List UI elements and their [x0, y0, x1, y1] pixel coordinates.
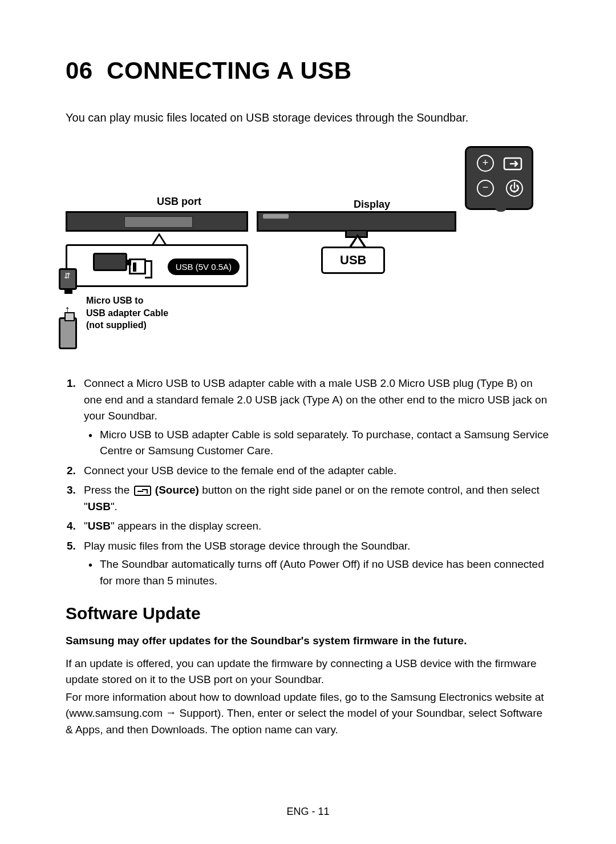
remote-control-illustration: + − ⏻ [465, 146, 533, 210]
step-3: Press the (Source) button on the right s… [84, 482, 550, 515]
volume-up-icon: + [477, 155, 494, 172]
volume-down-icon: − [477, 180, 494, 197]
intro-text: You can play music files located on USB … [66, 110, 550, 126]
usb-display-badge: USB [321, 247, 385, 274]
instruction-list: Connect a Micro USB to USB adapter cable… [66, 375, 550, 589]
step-5: Play music files from the USB storage de… [84, 538, 550, 589]
usb-adapter-end-icon [59, 268, 77, 290]
power-icon: ⏻ [506, 180, 523, 197]
page-number: ENG - 11 [0, 806, 616, 818]
section-number: 06 [66, 57, 93, 84]
section-title: 06 CONNECTING A USB [66, 57, 550, 84]
software-update-paragraph-1: If an update is offered, you can update … [66, 656, 550, 688]
step-4: "USB" appears in the display screen. [84, 518, 550, 535]
connection-diagram: USB port Display + − ⏻ USB (5V 0.5A) [66, 142, 550, 358]
arrow-right-glyph: → [165, 705, 176, 721]
display-label: Display [354, 199, 390, 211]
step-5-note: The Soundbar automatically turns off (Au… [100, 556, 550, 589]
soundbar-bottom-view [66, 211, 248, 232]
micro-usb-cable-label: Micro USB to USB adapter Cable (not supp… [86, 294, 168, 332]
soundbar-front-view [257, 211, 456, 232]
software-update-paragraph-2: For more information about how to downlo… [66, 689, 550, 738]
step-1: Connect a Micro USB to USB adapter cable… [84, 375, 550, 459]
step-2: Connect your USB device to the female en… [84, 463, 550, 479]
section-heading: CONNECTING A USB [107, 57, 352, 84]
usb-flash-drive-icon [59, 317, 77, 349]
source-icon [502, 155, 523, 172]
micro-usb-plug-icon [93, 253, 127, 271]
software-update-note: Samsung may offer updates for the Soundb… [66, 633, 550, 649]
usb-port-spec-label: USB (5V 0.5A) [168, 259, 240, 275]
step-1-note: Micro USB to USB adapter Cable is sold s… [100, 427, 550, 459]
software-update-heading: Software Update [66, 604, 550, 623]
source-button-icon [134, 486, 151, 496]
micro-usb-port-icon [129, 259, 146, 274]
usb-port-label: USB port [157, 196, 201, 208]
